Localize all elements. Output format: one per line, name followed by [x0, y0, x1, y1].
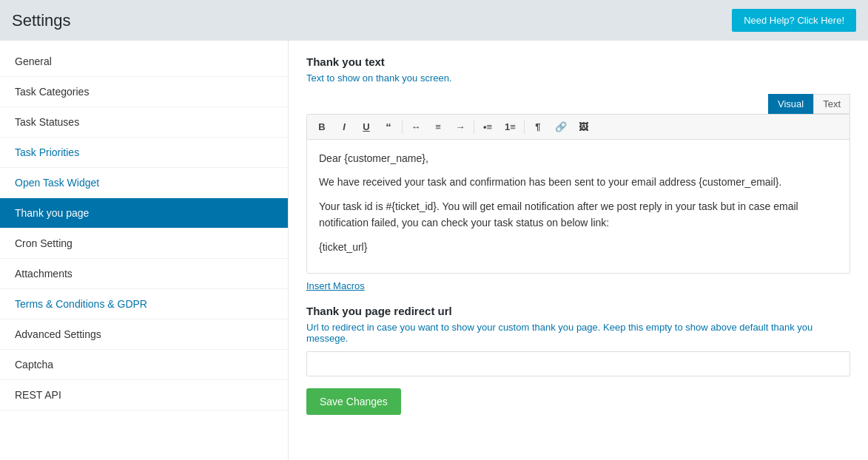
editor-toolbar: B I U “ ↔ ≡ → •≡ 1≡ ¶ 🔗 🖼	[307, 115, 850, 140]
sidebar-item-captcha[interactable]: Captcha	[0, 350, 288, 380]
toolbar-paragraph[interactable]: ¶	[528, 118, 548, 135]
toolbar-unordered-list[interactable]: •≡	[477, 118, 498, 135]
sidebar-item-rest-api[interactable]: REST API	[0, 380, 288, 410]
redirect-url-label: Thank you page redirect url	[306, 305, 850, 317]
toolbar-divider-1	[402, 121, 403, 134]
toolbar-align-right[interactable]: →	[450, 118, 471, 135]
tab-text[interactable]: Text	[813, 94, 850, 114]
editor-container: B I U “ ↔ ≡ → •≡ 1≡ ¶ 🔗 🖼	[306, 114, 850, 274]
sidebar-item-cron-setting[interactable]: Cron Setting	[0, 229, 288, 259]
toolbar-align-center[interactable]: ≡	[428, 118, 448, 135]
content-area: General Task Categories Task Statuses Ta…	[0, 41, 868, 460]
toolbar-align-left[interactable]: ↔	[406, 118, 426, 135]
redirect-url-desc: Url to redirect in case you want to show…	[306, 322, 850, 344]
toolbar-image[interactable]: 🖼	[573, 118, 594, 135]
page-wrapper: Settings Need Help? Click Here! General …	[0, 0, 868, 460]
toolbar-bold[interactable]: B	[312, 118, 332, 135]
sidebar-item-thank-you-page[interactable]: Thank you page	[0, 198, 288, 229]
toolbar-link[interactable]: 🔗	[550, 118, 572, 135]
save-changes-button[interactable]: Save Changes	[306, 388, 401, 415]
sidebar-item-task-categories[interactable]: Task Categories	[0, 77, 288, 107]
sidebar-item-task-priorities[interactable]: Task Priorities	[0, 138, 288, 168]
sidebar-item-task-statuses[interactable]: Task Statuses	[0, 107, 288, 138]
thank-you-text-desc: Text to show on thank you screen.	[306, 72, 850, 84]
toolbar-underline[interactable]: U	[356, 118, 377, 135]
redirect-url-input[interactable]	[306, 351, 850, 376]
top-bar: Settings Need Help? Click Here!	[0, 0, 868, 41]
sidebar-item-open-task-widget[interactable]: Open Task Widget	[0, 168, 288, 198]
editor-tabs: Visual Text	[306, 94, 850, 114]
toolbar-blockquote[interactable]: “	[378, 118, 399, 136]
sidebar: General Task Categories Task Statuses Ta…	[0, 41, 289, 460]
page-title: Settings	[12, 11, 71, 30]
toolbar-divider-2	[474, 121, 474, 134]
toolbar-divider-3	[524, 121, 525, 134]
sidebar-item-advanced-settings[interactable]: Advanced Settings	[0, 319, 288, 350]
help-button[interactable]: Need Help? Click Here!	[732, 9, 856, 32]
editor-body[interactable]: Dear {customer_name}, We have received y…	[307, 140, 850, 273]
toolbar-italic[interactable]: I	[334, 118, 354, 135]
sidebar-item-terms-conditions[interactable]: Terms & Conditions & GDPR	[0, 289, 288, 319]
main-content: Thank you text Text to show on thank you…	[289, 41, 868, 460]
toolbar-ordered-list[interactable]: 1≡	[499, 118, 521, 135]
thank-you-text-label: Thank you text	[306, 55, 850, 68]
tab-visual[interactable]: Visual	[768, 94, 813, 114]
insert-macros-link[interactable]: Insert Macros	[306, 280, 365, 291]
sidebar-item-general[interactable]: General	[0, 47, 288, 77]
sidebar-item-attachments[interactable]: Attachments	[0, 259, 288, 289]
